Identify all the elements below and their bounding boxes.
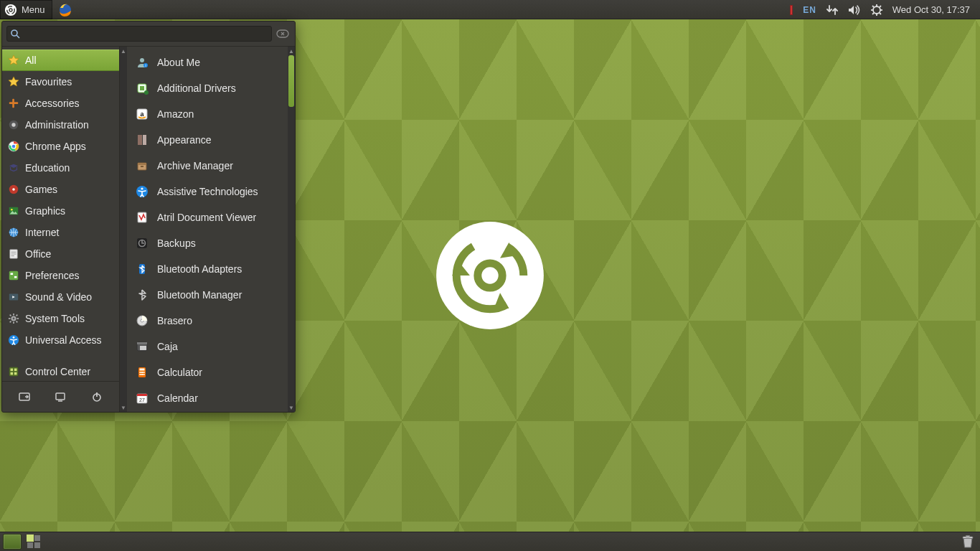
show-desktop-button[interactable] (3, 534, 22, 550)
logout-button[interactable] (49, 387, 72, 406)
system-tray: EN Wed Oct 30, 17:37 (784, 0, 980, 19)
app-bluetooth-manager[interactable]: Bluetooth Manager (127, 282, 288, 308)
bluetooth-icon (134, 287, 150, 303)
app-bluetooth-adapters[interactable]: Bluetooth Adapters (127, 256, 288, 282)
category-favourites[interactable]: Favourites (2, 71, 119, 93)
svg-line-12 (872, 6, 874, 7)
svg-rect-57 (14, 372, 17, 375)
amazon-icon: a (134, 106, 150, 122)
svg-rect-71 (138, 135, 142, 145)
graphics-icon (8, 205, 19, 217)
svg-rect-37 (11, 273, 14, 275)
svg-line-46 (10, 315, 11, 316)
scroll-up-icon[interactable]: ▲ (288, 47, 295, 55)
firefox-launcher[interactable] (58, 3, 72, 17)
app-archive-manager[interactable]: Archive Manager (127, 153, 288, 179)
svg-rect-86 (140, 346, 146, 350)
category-games[interactable]: Games (2, 179, 119, 200)
svg-rect-75 (141, 166, 143, 167)
file-manager-icon (134, 339, 150, 354)
keyboard-layout-indicator[interactable]: EN (803, 5, 816, 15)
svg-line-19 (17, 35, 19, 38)
workspace-switcher[interactable] (27, 535, 40, 548)
category-office[interactable]: Office (2, 243, 119, 265)
svg-rect-93 (141, 374, 143, 375)
svg-rect-55 (14, 369, 17, 372)
category-label: Administration (25, 119, 89, 131)
clock[interactable]: Wed Oct 30, 17:37 (892, 4, 974, 15)
app-calculator[interactable]: Calculator (127, 359, 288, 385)
svg-point-52 (13, 336, 15, 339)
globe-icon (8, 227, 19, 238)
svg-line-48 (17, 315, 18, 316)
bottom-panel (0, 532, 980, 551)
app-additional-drivers[interactable]: Additional Drivers (127, 75, 288, 101)
archive-icon (134, 158, 150, 174)
menu-search-row (2, 22, 295, 47)
ubuntu-mate-logo (434, 220, 546, 331)
scroll-down-icon[interactable]: ▼ (120, 403, 127, 412)
backup-icon (134, 235, 150, 251)
category-chrome-apps[interactable]: Chrome Apps (2, 136, 119, 157)
power-button[interactable] (85, 387, 108, 406)
accessories-icon (8, 98, 19, 109)
svg-rect-54 (11, 369, 14, 372)
app-caja[interactable]: Caja (127, 334, 288, 359)
app-label: Bluetooth Manager (157, 289, 242, 301)
scroll-down-icon[interactable]: ▼ (288, 403, 295, 412)
app-label: Amazon (157, 108, 194, 120)
svg-point-63 (140, 58, 144, 62)
star-icon (8, 76, 19, 88)
category-accessories[interactable]: Accessories (2, 93, 119, 114)
svg-rect-92 (140, 374, 141, 375)
svg-rect-17 (966, 535, 970, 537)
category-all[interactable]: All (2, 50, 119, 71)
app-about-me[interactable]: iAbout Me (127, 50, 288, 75)
menu-category-list: AllFavouritesAccessoriesAdministrationCh… (2, 47, 120, 412)
svg-rect-91 (143, 372, 145, 373)
scroll-up-icon[interactable]: ▲ (120, 47, 127, 55)
ubuntu-mate-roundel-icon (4, 4, 17, 17)
lock-screen-button[interactable] (13, 387, 36, 406)
svg-point-77 (141, 187, 143, 189)
app-calendar[interactable]: 27Calendar (127, 385, 288, 411)
menu-button-label: Menu (22, 4, 45, 15)
multimedia-icon (8, 291, 19, 303)
category-education[interactable]: Education (2, 157, 119, 179)
category-sound-video[interactable]: Sound & Video (2, 286, 119, 308)
clear-search-icon[interactable] (276, 27, 289, 40)
category-system-tools[interactable]: System Tools (2, 308, 119, 329)
category-control-center[interactable]: Control Center (2, 361, 119, 381)
application-scrollbar[interactable]: ▲ ▼ (288, 47, 295, 412)
category-preferences[interactable]: Preferences (2, 265, 119, 286)
app-label: About Me (157, 57, 200, 68)
svg-rect-22 (12, 99, 14, 108)
application-menu: AllFavouritesAccessoriesAdministrationCh… (1, 21, 296, 413)
notification-indicator-icon[interactable] (790, 5, 793, 15)
svg-rect-72 (143, 135, 146, 145)
category-graphics[interactable]: Graphics (2, 200, 119, 222)
app-label: Calendar (157, 392, 198, 404)
category-internet[interactable]: Internet (2, 222, 119, 243)
app-appearance[interactable]: Appearance (127, 127, 288, 153)
trash-applet[interactable] (960, 534, 976, 550)
app-backups[interactable]: Backups (127, 230, 288, 256)
category-administration[interactable]: Administration (2, 114, 119, 136)
education-icon (8, 162, 19, 174)
app-amazon[interactable]: aAmazon (127, 101, 288, 127)
category-universal-access[interactable]: Universal Access (2, 329, 119, 351)
category-label: Games (25, 184, 57, 195)
app-label: Caja (157, 341, 178, 352)
app-assistive-technologies[interactable]: Assistive Technologies (127, 179, 288, 204)
menu-application-list: iAbout MeAdditional DriversaAmazonAppear… (127, 47, 288, 412)
network-icon[interactable] (826, 4, 838, 16)
app-brasero[interactable]: Brasero (127, 308, 288, 334)
bluetooth-device-icon (134, 261, 150, 277)
power-gear-icon[interactable] (871, 4, 882, 16)
volume-icon[interactable] (848, 4, 861, 16)
menu-search-input[interactable] (6, 26, 272, 42)
menu-button[interactable]: Menu (0, 0, 52, 19)
atril-icon (134, 209, 150, 225)
app-atril-document-viewer[interactable]: Atril Document Viewer (127, 204, 288, 230)
category-scrollbar[interactable]: ▲ ▼ (120, 47, 127, 412)
